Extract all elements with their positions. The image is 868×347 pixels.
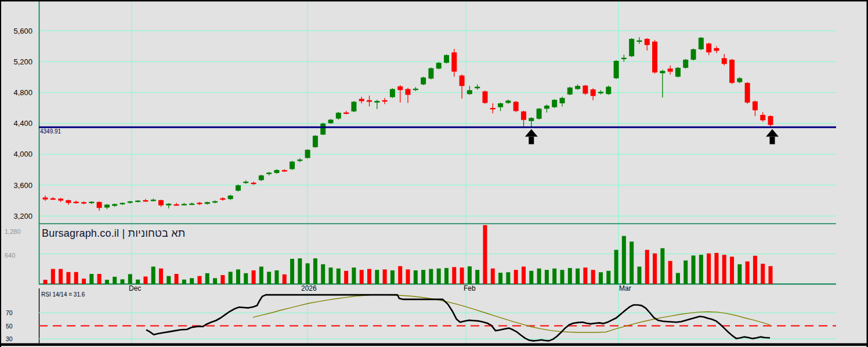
bursagraph-chart-window: Dec2026FebMar5,6005,2004,8004,4004,0003,…: [0, 0, 868, 347]
rsi-ma-line: [253, 295, 770, 332]
price-tick-3600: 3,600: [13, 181, 32, 190]
rsi-indicator-label: RSI 14/14 = 31.6: [41, 291, 85, 298]
candlesticks: [43, 37, 773, 211]
price-tick-5600: 5,600: [13, 27, 32, 35]
x-axis-tick-2026: 2026: [301, 284, 317, 292]
buy-arrow-icon: [525, 129, 538, 144]
stock-chart-canvas[interactable]: Dec2026FebMar5,6005,2004,8004,4004,0003,…: [0, 0, 868, 347]
price-tick-3200: 3,200: [13, 212, 32, 221]
watermark-brand-label: Bursagraph.co.il | תא בטחוניות: [42, 227, 185, 240]
x-axis-tick-Mar: Mar: [619, 284, 631, 292]
price-tick-4400: 4,400: [13, 119, 32, 128]
annotations: [39, 127, 836, 144]
price-tick-5200: 5,200: [13, 57, 32, 66]
price-tick-4800: 4,800: [13, 88, 32, 97]
rsi-level-70: 70: [6, 309, 13, 316]
support-line-price-label: 4349.91: [40, 128, 61, 135]
x-axis-tick-Feb: Feb: [464, 284, 476, 292]
rsi-panel: [39, 295, 836, 341]
rsi-level-50: 50: [6, 323, 13, 330]
buy-arrow-icon: [766, 129, 779, 144]
volume-tick-1280: 1,280: [5, 228, 21, 235]
rsi-level-30: 30: [6, 335, 13, 342]
volume-tick-640: 640: [5, 252, 15, 259]
price-tick-4000: 4,000: [13, 150, 32, 158]
x-axis-tick-Dec: Dec: [129, 284, 141, 292]
rsi-line: [146, 295, 770, 341]
